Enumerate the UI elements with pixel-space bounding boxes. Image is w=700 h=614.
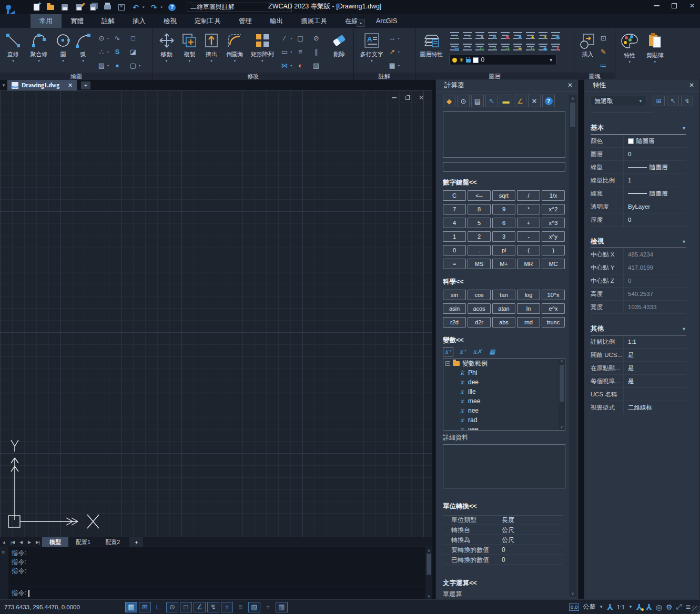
calculator-help-button[interactable]: ? (542, 95, 555, 107)
annotation-autoscale-icon[interactable]: ⅄ (646, 603, 652, 611)
calc-key[interactable]: 1/x (542, 190, 565, 201)
properties-palette-button[interactable]: 特性▾ (617, 30, 642, 73)
document-tab[interactable]: DWG Drawing1.dwg ✕ (7, 80, 77, 90)
modify-small-tool[interactable]: ∕ ▾ (280, 31, 293, 45)
calculator-tool-button[interactable]: ▤ (471, 95, 484, 107)
science-key[interactable]: rnd (517, 317, 540, 328)
properties-close-icon[interactable]: ✕ (689, 81, 694, 89)
draw-small-tool[interactable]: □ (128, 31, 142, 45)
layer-tool[interactable]: ■ (512, 30, 524, 41)
draw-small-tool[interactable]: ▢ ▾ (128, 58, 142, 72)
minimize-button[interactable] (652, 1, 661, 11)
calculator-tool-button[interactable]: ✕ (528, 95, 541, 107)
redo-caret[interactable]: ▾ (161, 5, 163, 9)
calc-key[interactable]: <-- (468, 190, 491, 201)
property-row[interactable]: 在原點顯... 是 (591, 362, 686, 375)
annotation-scale-value[interactable]: 1:1 (617, 604, 625, 610)
property-row-linetype[interactable]: 線型 隨圖層 (591, 161, 686, 174)
modify-small-tool[interactable]: ≡ (296, 45, 309, 58)
variables-tree[interactable]: − 變數範例 k Phi x dee (443, 358, 565, 431)
calc-key[interactable]: 6 (492, 218, 515, 228)
calculator-scrollbar[interactable]: ∧ ∨ (569, 95, 576, 597)
calculator-history-box[interactable] (443, 111, 565, 158)
layer-tool[interactable]: ⇇ (474, 42, 486, 53)
variable-row[interactable]: x mee (443, 396, 565, 406)
calculator-tool-button[interactable]: ∠ (514, 95, 526, 107)
layer-tool[interactable]: ▤ (449, 42, 461, 53)
close-button[interactable]: ✕ (687, 1, 697, 11)
status-toggle-icon[interactable]: + (262, 602, 274, 612)
layer-tool[interactable]: ⇄ (500, 42, 511, 53)
insert-block-button[interactable]: 插入 (576, 30, 598, 73)
variable-row[interactable]: x vee (443, 425, 565, 431)
save-icon[interactable] (60, 3, 69, 12)
new-file-icon[interactable] (32, 3, 41, 12)
status-toggle-icon[interactable]: ∟ (153, 602, 165, 612)
status-toggle-icon[interactable]: ∠ (194, 602, 206, 612)
command-scrollbar[interactable]: ▲ ▼ (425, 547, 432, 599)
stretch-button[interactable]: 擠出▾ (201, 30, 222, 73)
layout-tab[interactable]: 配置1 (68, 537, 98, 547)
calc-key[interactable]: 3 (492, 231, 515, 242)
layer-tool[interactable]: ☀ (512, 42, 524, 53)
layouts-menu-icon[interactable]: ▲ (0, 537, 8, 547)
calc-key[interactable]: * (517, 204, 540, 214)
numpad-section-header[interactable]: 數字鍵盤<< (443, 178, 567, 187)
draw-small-tool[interactable]: S (113, 45, 126, 58)
draw-small-tool[interactable]: ∿ (113, 31, 126, 45)
property-row-color[interactable]: 顏色 隨圖層 (591, 135, 686, 148)
erase-button[interactable]: 刪除 (327, 30, 351, 73)
status-toggle-icon[interactable]: ▨ (248, 602, 260, 612)
status-toggle-icon[interactable]: ≡ (235, 602, 247, 612)
ribbon-collapse-icon[interactable]: ▲ (357, 19, 365, 27)
ribbon-tab[interactable]: 檢視 (155, 14, 186, 28)
section-basic[interactable]: 基本▼ (591, 124, 686, 135)
doc-restore-icon[interactable] (404, 95, 411, 101)
calc-key[interactable]: 9 (492, 204, 515, 214)
layer-tool[interactable]: ✗ (550, 42, 562, 53)
calc-key[interactable]: 1 (443, 231, 466, 242)
document-tab-close-icon[interactable]: ✕ (68, 82, 73, 89)
section-other[interactable]: 其他▼ (591, 324, 686, 335)
doc-tab-menu-icon[interactable]: ▼ (0, 83, 7, 88)
scroll-up-icon[interactable]: ▲ (425, 548, 432, 552)
layer-tool[interactable]: ∴ (462, 42, 473, 53)
layout-tab[interactable]: 模型 (42, 537, 68, 547)
polyline-button[interactable]: 聚合線▾ (24, 30, 54, 73)
draw-small-tool[interactable]: ◪ (128, 45, 142, 58)
calc-key[interactable]: . (468, 245, 491, 255)
layer-tool[interactable]: ☀ (537, 30, 549, 41)
layer-tool[interactable]: ● (525, 30, 536, 41)
property-row-layer[interactable]: 圖層 0 (591, 148, 686, 161)
science-key[interactable]: ln (517, 303, 540, 314)
property-row[interactable]: 高度 540.2537 (591, 288, 686, 301)
modify-small-tool[interactable]: ▨ (311, 58, 325, 72)
undo-icon[interactable]: ↶ (131, 3, 140, 12)
scroll-up-icon[interactable]: ∧ (559, 359, 565, 363)
calc-key[interactable]: / (517, 190, 540, 201)
status-toggle-icon[interactable]: ↯ (207, 602, 219, 612)
calc-key[interactable]: 0 (443, 245, 466, 255)
property-row[interactable]: 中心點 Z 0 (591, 274, 686, 288)
calc-key[interactable]: ( (517, 245, 540, 255)
property-row-ltscale[interactable]: 線型比例 1 (591, 174, 686, 187)
status-menu-icon[interactable]: ≡ (686, 602, 691, 612)
calc-key[interactable]: x^2 (542, 204, 565, 214)
undo-caret[interactable]: ▾ (143, 5, 145, 9)
property-row[interactable]: 中心點 X 485.4234 (591, 248, 686, 261)
annotate-small-tool[interactable]: ▦ ▾ (388, 58, 401, 72)
annotation-scale-caret-icon[interactable]: ▼ (628, 605, 633, 609)
prev-layout-icon[interactable]: ◀ (17, 537, 25, 547)
science-key[interactable]: trunc (542, 317, 565, 328)
copy-button[interactable]: 複製▾ (178, 30, 201, 73)
calc-key[interactable]: x^3 (542, 218, 565, 228)
command-close-icon[interactable]: ✕ (1, 549, 5, 555)
variable-row[interactable]: k Phi (443, 368, 565, 377)
science-key[interactable]: tan (492, 290, 515, 300)
annotate-small-tool[interactable]: ↗ ▾ (388, 45, 401, 58)
scroll-down-icon[interactable]: ∨ (569, 591, 576, 596)
property-row-lineweight[interactable]: 線寬 隨圖層 (591, 187, 686, 200)
units-table-row[interactable]: 轉換自 公尺 (443, 525, 563, 535)
science-key[interactable]: atan (492, 303, 515, 314)
line-button[interactable]: 直線▾ (2, 30, 24, 73)
